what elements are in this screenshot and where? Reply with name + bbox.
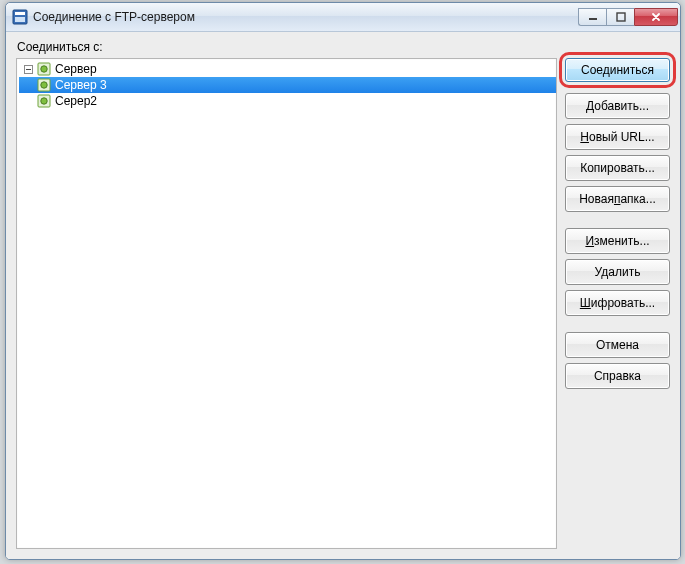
- add-button[interactable]: Добавить...: [565, 93, 670, 119]
- new-url-button[interactable]: Новый URL...: [565, 124, 670, 150]
- main-row: Сервер · Сервер 3 ·: [16, 58, 670, 549]
- server-tree[interactable]: Сервер · Сервер 3 ·: [16, 58, 557, 549]
- svg-rect-3: [589, 18, 597, 20]
- server-icon: [36, 77, 52, 93]
- titlebar[interactable]: Соединение с FTP-сервером: [6, 3, 680, 32]
- tree-item[interactable]: Сервер: [19, 61, 556, 77]
- tree-item-label: Сервер 3: [55, 77, 111, 93]
- cancel-button[interactable]: Отмена: [565, 332, 670, 358]
- new-folder-button[interactable]: Новая папка...: [565, 186, 670, 212]
- expand-toggle-icon[interactable]: [21, 62, 35, 76]
- tree-item[interactable]: · Серер2: [19, 93, 556, 109]
- close-button[interactable]: [634, 8, 678, 26]
- dialog-window: Соединение с FTP-сервером Соединиться с:: [5, 2, 681, 560]
- svg-rect-4: [617, 13, 625, 21]
- svg-rect-2: [15, 17, 25, 22]
- svg-rect-1: [15, 12, 25, 15]
- svg-point-11: [41, 98, 47, 104]
- client-area: Соединиться с: Сервер: [6, 32, 680, 559]
- server-icon: [36, 93, 52, 109]
- encrypt-button[interactable]: Шифровать...: [565, 290, 670, 316]
- spacer: [565, 321, 670, 327]
- tree-item-label: Серер2: [55, 93, 101, 109]
- tree-item[interactable]: · Сервер 3: [19, 77, 556, 93]
- connect-button[interactable]: Соединиться: [565, 58, 670, 82]
- spacer: [565, 217, 670, 223]
- copy-button[interactable]: Копировать...: [565, 155, 670, 181]
- app-icon: [12, 9, 28, 25]
- tree-item-label: Сервер: [55, 61, 101, 77]
- minimize-button[interactable]: [578, 8, 606, 26]
- maximize-button[interactable]: [606, 8, 634, 26]
- window-controls: [578, 8, 678, 26]
- edit-button[interactable]: Изменить...: [565, 228, 670, 254]
- window-title: Соединение с FTP-сервером: [33, 10, 578, 24]
- delete-button[interactable]: Удалить: [565, 259, 670, 285]
- primary-action-highlight: Соединиться: [559, 52, 676, 88]
- button-column: Соединиться Добавить... Новый URL... Коп…: [565, 58, 670, 549]
- server-icon: [36, 61, 52, 77]
- svg-point-9: [41, 82, 47, 88]
- help-button[interactable]: Справка: [565, 363, 670, 389]
- svg-point-7: [41, 66, 47, 72]
